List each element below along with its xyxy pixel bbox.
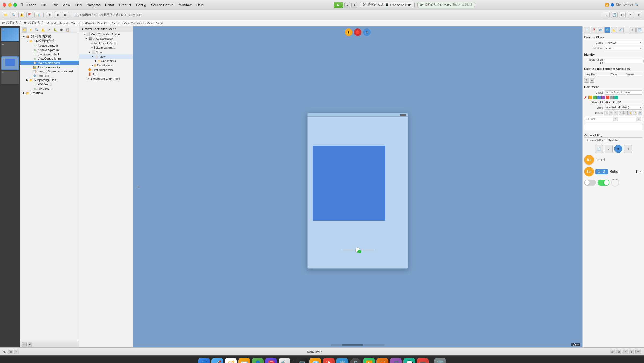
color-swatch-gray[interactable] (610, 96, 614, 99)
canvas-error-icon[interactable]: 🔴 (354, 28, 361, 36)
nav-folder-icon[interactable]: 📁 (22, 27, 27, 33)
spinner-component[interactable] (611, 179, 619, 187)
note-list-icon[interactable]: 📝 (633, 111, 637, 115)
menu-view[interactable]: View (63, 3, 70, 7)
note-pencil-icon[interactable]: ✏️ (628, 111, 632, 115)
breadcrumb-2[interactable]: 04-检图的方式 (24, 21, 43, 25)
scene-constraints-inner[interactable]: ▶ ⊟ Constraints (79, 59, 133, 63)
menu-product[interactable]: Product (119, 3, 131, 7)
thumbnail-2[interactable]: 29 (1, 42, 19, 56)
thumbnail-4[interactable]: 32 (1, 71, 19, 84)
dock-app5-icon[interactable]: 📺 (417, 358, 429, 363)
add-constraint-icon[interactable]: ⊕ (629, 350, 634, 354)
nav-debug-icon[interactable]: 🐛 (53, 27, 58, 33)
stepper-plus[interactable]: 2 (603, 170, 605, 174)
dock-terminal-icon[interactable]: 💻 (296, 358, 308, 363)
menu-help[interactable]: Help (196, 3, 204, 7)
add-file-button[interactable]: + (22, 342, 27, 347)
menu-xcode[interactable]: Xcode (27, 3, 36, 7)
breadcrumb-3[interactable]: Main.storyboard (46, 21, 68, 25)
thumbnail-3[interactable]: 30 (1, 56, 19, 70)
color-swatch-teal[interactable] (614, 96, 618, 99)
dock-contacts-icon[interactable]: 👤 (252, 358, 264, 363)
nav-issues-icon[interactable]: ⚠️ (40, 27, 46, 33)
grid-view-toggle[interactable]: ⊞ (610, 350, 615, 354)
scene-view-outer[interactable]: ▼ ⬜ View (79, 50, 133, 54)
scene-first-responder[interactable]: ▶ 🔶 First Responder (79, 67, 133, 72)
nav-source-icon[interactable]: ⚡ (28, 27, 33, 33)
search-icon[interactable]: 🔍 (635, 3, 639, 7)
add-file-icon[interactable]: + (603, 12, 610, 18)
dock-appstore-icon[interactable]: 🅰️ (323, 358, 335, 363)
color-swatch-red[interactable] (606, 96, 609, 99)
nav-appdelegate-m[interactable]: ▶ m AppDelegate.m (20, 48, 79, 52)
grid-toolbar-icon[interactable]: ⊞ (46, 12, 53, 18)
scheme-selector[interactable]: 04-检图的方式 📱 iPhone 6s Plus (360, 2, 414, 8)
scene-exit[interactable]: ▶ 🚪 Exit (79, 72, 133, 77)
assistant-icon[interactable]: ⊞ (635, 12, 642, 18)
font-size-stepper[interactable]: ± (636, 117, 641, 121)
comp-icon-target[interactable]: ● (614, 145, 622, 153)
class-dropdown[interactable]: HMView (604, 41, 642, 45)
nav-viewcontroller-m[interactable]: ▶ m ViewController.m (20, 56, 79, 61)
scene-bottom-layout[interactable]: ▶ ═ Bottom Layout... (79, 45, 133, 50)
minimize-button[interactable] (8, 3, 12, 7)
breadcrumb-6[interactable]: View Controller (124, 21, 144, 25)
maximize-button[interactable] (13, 3, 17, 7)
notes-text-area[interactable] (584, 123, 642, 131)
nav-test-icon[interactable]: ✓ (46, 27, 52, 33)
nav-forward-icon[interactable]: ▶ (62, 12, 69, 18)
inspector-quick-help-icon[interactable]: ❓ (591, 27, 597, 33)
button-component-icon[interactable]: Btn (584, 167, 594, 176)
note-align-center-icon[interactable]: ≡ (609, 111, 613, 115)
note-attachment-icon[interactable]: 📎 (638, 111, 642, 115)
inspector-toggle-icon[interactable]: ⊟ (619, 12, 626, 18)
inspector-attributes-icon[interactable]: ⚙️ (604, 27, 610, 33)
remove-attribute-button[interactable]: − (590, 78, 594, 83)
menu-source-control[interactable]: Source Control (151, 3, 174, 7)
accessibility-checkbox[interactable] (604, 139, 607, 142)
breadcrumb-7[interactable]: View (147, 21, 153, 25)
filter-button[interactable]: ⊕ (28, 342, 32, 347)
nav-triangle-products[interactable]: ▶ (22, 92, 25, 94)
dock-app2-icon[interactable]: 🦊 (376, 358, 388, 363)
menu-edit[interactable]: Edit (52, 3, 58, 7)
inspector-add-icon[interactable]: + (630, 27, 636, 33)
nav-group-main[interactable]: ▼ 📂 04-检图的方式 (20, 39, 79, 43)
source-editor-icon[interactable]: ≡ (627, 12, 634, 18)
font-field[interactable]: No Font T ± (584, 116, 642, 122)
zoom-icon[interactable]: + (623, 350, 628, 354)
scene-view-controller-scene[interactable]: ▼ ⬜ View Controller Scene (79, 32, 133, 37)
inspector-size-icon[interactable]: 📐 (611, 27, 617, 33)
nav-main-storyboard[interactable]: ▶ 📋 Main.storyboard (20, 61, 79, 65)
nav-triangle-main[interactable]: ▼ (25, 40, 29, 43)
apple-logo-icon[interactable]:  (21, 3, 23, 8)
inspector-connections-icon[interactable]: 🔗 (618, 27, 624, 33)
nav-info-plist[interactable]: ▶ ⚙️ Info.plist (20, 74, 79, 78)
scene-view-controller[interactable]: ▼ 🎛️ View Controller (79, 37, 133, 41)
note-dash-icon[interactable]: — (623, 111, 628, 115)
folder-toolbar-icon[interactable]: 📁 (2, 12, 9, 18)
comp-icon-circle[interactable]: ○ (605, 145, 613, 153)
menu-window[interactable]: Window (179, 3, 191, 7)
stop-button[interactable]: ■ (344, 2, 350, 8)
nav-products[interactable]: ▶ 📂 Products (20, 91, 79, 95)
color-remove-button[interactable]: ✗ (584, 96, 587, 99)
nav-hmview-m[interactable]: ▶ m HMView.m (20, 86, 79, 91)
canvas-grid-icon[interactable]: ⊞ (363, 28, 371, 36)
nav-supporting[interactable]: ▶ 📂 Supporting Files (20, 78, 79, 82)
module-dropdown[interactable]: None (604, 46, 642, 50)
breadcrumb-4[interactable]: Main.st...d (Base) (71, 21, 94, 25)
canvas-scrollbar[interactable] (331, 344, 385, 346)
nav-launchscreen[interactable]: ▶ 📋 LaunchScreen.storyboard (20, 69, 79, 74)
adjust-icon[interactable]: ≛ (635, 350, 641, 354)
nav-hmview-h[interactable]: ▶ h HMView.h (20, 82, 79, 86)
toggle-on-component[interactable] (598, 180, 609, 186)
dock-calendar-icon[interactable]: 📅 (265, 358, 277, 363)
note-align-justify-icon[interactable]: ≡ (619, 111, 623, 115)
nav-triangle-root[interactable]: ▼ (22, 35, 25, 38)
warning-toolbar-icon[interactable]: ⚠️ (18, 12, 25, 18)
canvas-scrollbar-thumb[interactable] (342, 344, 363, 346)
toggle-off-component[interactable] (584, 180, 596, 186)
color-swatch-orange[interactable] (588, 96, 592, 99)
